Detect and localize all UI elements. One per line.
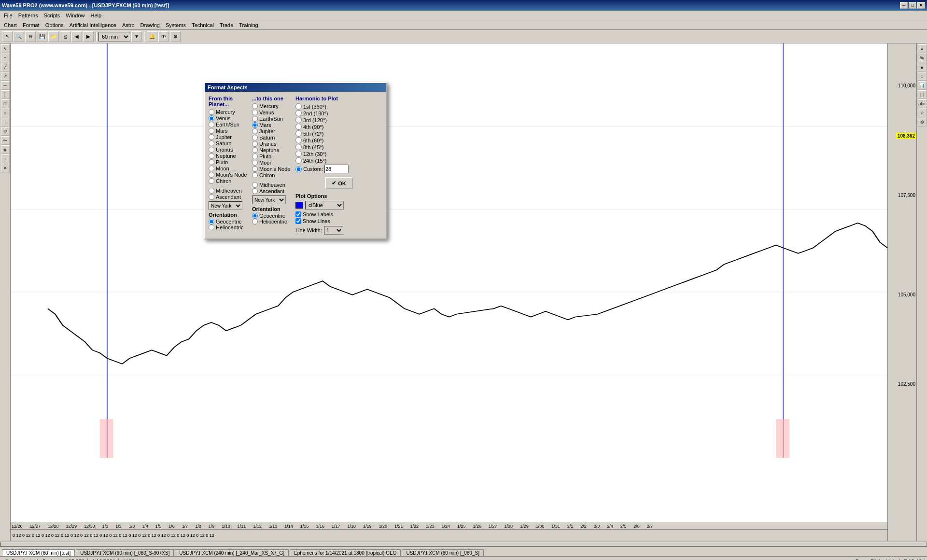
right-tool-4[interactable]: ↕: [918, 72, 927, 81]
bottom-scrollbar[interactable]: [0, 541, 927, 546]
tab-ephemeris[interactable]: Ephemeris for 1/14/2021 at 1800 (tropica…: [290, 549, 401, 556]
menu-astro[interactable]: Astro: [119, 21, 138, 29]
right-tool-7[interactable]: abc: [918, 99, 927, 108]
harmonic-4th[interactable]: 4th (90°): [295, 124, 382, 130]
tool-arrow[interactable]: ↖: [2, 31, 13, 42]
tool-dropdown[interactable]: ▼: [131, 31, 142, 42]
from-city-select[interactable]: New York London Tokyo: [209, 201, 242, 210]
to-saturn[interactable]: Saturn: [252, 135, 292, 140]
close-button[interactable]: ✕: [917, 2, 925, 9]
tool-settings[interactable]: ⚙: [170, 31, 181, 42]
from-jupiter[interactable]: Jupiter: [209, 134, 248, 140]
harmonic-8th[interactable]: 8th (45°): [295, 144, 382, 150]
tool-open[interactable]: 📁: [48, 31, 59, 42]
to-ascendant[interactable]: Ascendant: [252, 188, 292, 194]
color-swatch[interactable]: [295, 202, 303, 209]
right-tool-1[interactable]: ≡: [918, 44, 927, 53]
harmonic-6th[interactable]: 6th (60°): [295, 137, 382, 143]
left-tool-rect[interactable]: □: [1, 99, 10, 108]
tool-zoom-out[interactable]: ⊖: [25, 31, 36, 42]
tab-240-mar[interactable]: USDJPY.FXCM (240 min) [_240_Mar_XS_X7_G]: [175, 549, 289, 556]
left-tool-text[interactable]: T: [1, 118, 10, 126]
line-width-select[interactable]: 1 2 3: [324, 226, 343, 235]
menu-file[interactable]: File: [1, 12, 15, 19]
menu-options[interactable]: Options: [42, 21, 67, 29]
left-tool-ellipse[interactable]: ○: [1, 109, 10, 117]
tool-btn2[interactable]: ▶: [83, 31, 94, 42]
restore-button[interactable]: □: [909, 2, 916, 9]
show-labels-checkbox[interactable]: Show Labels: [295, 211, 382, 217]
from-ascendant[interactable]: Ascendant: [209, 194, 248, 200]
harmonic-5th[interactable]: 5th (72°): [295, 130, 382, 137]
to-midheaven[interactable]: Midheaven: [252, 182, 292, 188]
left-tool-vline[interactable]: │: [1, 90, 10, 99]
right-tool-6[interactable]: |||: [918, 90, 927, 99]
harmonic-12th[interactable]: 12th (30°): [295, 151, 382, 157]
from-venus[interactable]: Venus: [209, 115, 248, 121]
to-geocentric[interactable]: Geocentric: [252, 213, 292, 219]
tool-save[interactable]: 💾: [37, 31, 47, 42]
from-moons-node[interactable]: Moon's Node: [209, 172, 248, 178]
left-tool-wave[interactable]: 〜: [1, 136, 10, 145]
ok-button[interactable]: ✔ OK: [325, 177, 353, 189]
custom-value-input[interactable]: [324, 165, 349, 173]
to-venus[interactable]: Venus: [252, 110, 292, 115]
from-moon[interactable]: Moon: [209, 166, 248, 171]
left-tool-measure[interactable]: ↔: [1, 154, 10, 163]
menu-help[interactable]: Help: [87, 12, 104, 19]
left-tool-trendline[interactable]: ↗: [1, 72, 10, 81]
harmonic-1st[interactable]: 1st (360°): [295, 103, 382, 110]
to-pluto[interactable]: Pluto: [252, 154, 292, 159]
to-moon[interactable]: Moon: [252, 160, 292, 166]
right-tool-settings[interactable]: ⚙: [918, 118, 927, 126]
left-tool-delete[interactable]: ✕: [1, 164, 10, 172]
from-mars[interactable]: Mars: [209, 128, 248, 134]
left-tool-pattern[interactable]: ◈: [1, 145, 10, 154]
to-mars[interactable]: Mars: [252, 122, 292, 128]
to-uranus[interactable]: Uranus: [252, 141, 292, 147]
menu-scripts[interactable]: Scripts: [41, 12, 63, 19]
menu-training[interactable]: Training: [236, 21, 261, 29]
to-jupiter[interactable]: Jupiter: [252, 128, 292, 134]
right-tool-5[interactable]: 📊: [918, 81, 927, 90]
from-heliocentric[interactable]: Heliocentric: [209, 224, 248, 230]
harmonic-2nd[interactable]: 2nd (180°): [295, 110, 382, 116]
minimize-button[interactable]: ─: [900, 2, 908, 9]
from-uranus[interactable]: Uranus: [209, 147, 248, 153]
right-tool-2[interactable]: %: [918, 54, 927, 62]
harmonic-custom[interactable]: Custom:: [295, 166, 323, 172]
left-tool-cursor[interactable]: ↖: [1, 44, 10, 53]
harmonic-24th[interactable]: 24th (15°): [295, 157, 382, 164]
right-tool-8[interactable]: ☆: [918, 109, 927, 117]
timeframe-selector[interactable]: 60 min 240 min 1 day: [98, 32, 130, 42]
tool-zoom-in[interactable]: 🔍: [14, 31, 24, 42]
color-dropdown[interactable]: clBlue clRed clGreen clBlack: [305, 201, 344, 210]
right-tool-3[interactable]: ▲: [918, 63, 927, 71]
left-tool-line[interactable]: ╱: [1, 63, 10, 71]
from-earth-sun[interactable]: Earth/Sun: [209, 122, 248, 127]
menu-systems[interactable]: Systems: [163, 21, 189, 29]
tool-print[interactable]: 🖨: [60, 31, 70, 42]
tab-test[interactable]: USDJPY.FXCM (60 min) [test]: [2, 549, 75, 556]
menu-window[interactable]: Window: [63, 12, 87, 19]
to-city-select[interactable]: New York London Tokyo: [252, 196, 286, 204]
from-chiron[interactable]: Chiron: [209, 178, 248, 184]
left-tool-crosshair[interactable]: +: [1, 54, 10, 62]
menu-technical[interactable]: Technical: [189, 21, 217, 29]
tab-060-s90[interactable]: USDJPY.FXCM (60 min) [_060_S-90+XS]: [76, 549, 174, 556]
to-moons-node[interactable]: Moon's Node: [252, 166, 292, 172]
from-pluto[interactable]: Pluto: [209, 159, 248, 165]
menu-chart[interactable]: Chart: [1, 21, 20, 29]
tool-alert[interactable]: 🔔: [147, 31, 157, 42]
menu-format[interactable]: Format: [20, 21, 42, 29]
scroll-track[interactable]: [0, 542, 927, 546]
from-geocentric[interactable]: Geocentric: [209, 219, 248, 224]
menu-drawing[interactable]: Drawing: [138, 21, 163, 29]
from-neptune[interactable]: Neptune: [209, 153, 248, 159]
from-midheaven[interactable]: Midheaven: [209, 188, 248, 194]
menu-trade[interactable]: Trade: [217, 21, 236, 29]
to-mercury[interactable]: Mercury: [252, 103, 292, 109]
harmonic-3rd[interactable]: 3rd (120°): [295, 117, 382, 123]
from-mercury[interactable]: Mercury: [209, 109, 248, 115]
menu-patterns[interactable]: Patterns: [15, 12, 41, 19]
